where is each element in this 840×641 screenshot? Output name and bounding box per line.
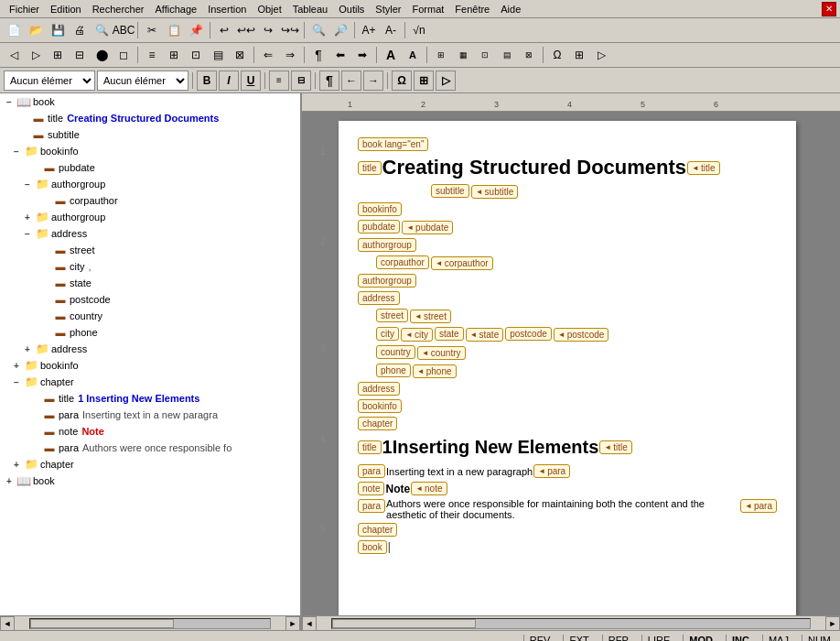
indent-btn2[interactable]: ⇒ (280, 45, 300, 65)
tree-node-para[interactable]: ▬ para Inserting text in a new paragra (0, 407, 300, 423)
menu-fichier[interactable]: Fichier (4, 2, 45, 16)
menu-fenetre[interactable]: Fenêtre (449, 2, 495, 16)
struct-btn5[interactable]: ⊠ (230, 45, 250, 65)
find2-button[interactable]: 🔎 (330, 20, 350, 40)
paste-button[interactable]: 📌 (186, 20, 206, 40)
print-button[interactable]: 🖨 (70, 20, 90, 40)
math-button[interactable]: √n (409, 20, 429, 40)
menu-tableau[interactable]: Tableau (287, 2, 334, 16)
tree-node-state[interactable]: ▬ state (0, 275, 300, 291)
left-arrow-btn[interactable]: ← (341, 71, 361, 91)
cut-button[interactable]: ✂ (142, 20, 162, 40)
hscroll-right-arrow-right[interactable]: ► (825, 616, 840, 631)
tree-toggle-bookinfo2[interactable]: + (11, 360, 22, 371)
tree-toggle-address2[interactable]: + (22, 343, 33, 354)
tree-node-address2[interactable]: + 📁 address (0, 341, 300, 357)
open-button[interactable]: 📂 (26, 20, 46, 40)
tree-node-phone[interactable]: ▬ phone (0, 324, 300, 341)
menu-format[interactable]: Format (406, 2, 449, 16)
tree-node-address[interactable]: − 📁 address (0, 225, 300, 242)
tree-toggle-authorgroup2[interactable]: + (22, 212, 33, 223)
style-dropdown-right[interactable]: Aucun élémer (97, 71, 188, 91)
menu-styler[interactable]: Styler (370, 2, 406, 16)
tree-node-bookinfo2[interactable]: + 📁 bookinfo (0, 357, 300, 374)
misc-btn6[interactable]: ⊞ (569, 45, 589, 65)
hscroll-thumb-left[interactable] (30, 619, 174, 628)
tree-node-book[interactable]: − 📖 book (0, 93, 300, 110)
xml-btn2[interactable]: ▷ (26, 45, 46, 65)
tree-toggle-chapter2[interactable]: + (11, 459, 22, 470)
misc-btn3[interactable]: ⊡ (475, 45, 495, 65)
tree-node-bookinfo[interactable]: − 📁 bookinfo (0, 143, 300, 159)
tree-toggle-book2[interactable]: + (4, 475, 15, 486)
bold-button[interactable]: B (197, 71, 217, 91)
tree-panel[interactable]: − 📖 book ▬ title Creating Structured Doc… (0, 93, 302, 615)
undo-button[interactable]: ↩ (214, 20, 234, 40)
tree-node-ch-title[interactable]: ▬ title 1 Inserting New Elements (0, 390, 300, 407)
menu-objet[interactable]: Objet (252, 2, 286, 16)
spell-button[interactable]: ABC (113, 20, 134, 40)
special-char-btn[interactable]: Ω (392, 71, 412, 91)
tree-node-postcode[interactable]: ▬ postcode (0, 291, 300, 308)
font-btn1[interactable]: A (381, 45, 401, 65)
tree-node-corpauthor[interactable]: ▬ corpauthor (0, 192, 300, 209)
misc-btn2[interactable]: ▦ (453, 45, 473, 65)
close-button[interactable]: ✕ (822, 2, 836, 16)
hscroll-right-arrow-left[interactable]: ► (285, 616, 300, 631)
menu-rechercher[interactable]: Rechercher (87, 2, 150, 16)
insert-btn2[interactable]: ▷ (436, 71, 456, 91)
misc-btn7[interactable]: ▷ (591, 45, 611, 65)
tree-node-subtitle[interactable]: ▬ subtitle (0, 126, 300, 143)
menu-insertion[interactable]: Insertion (202, 2, 252, 16)
menu-edition[interactable]: Edition (45, 2, 87, 16)
insert-btn1[interactable]: ⊞ (414, 71, 434, 91)
xml-btn1[interactable]: ◁ (4, 45, 24, 65)
redo2-button[interactable]: ↪↪ (280, 20, 300, 40)
tree-node-note[interactable]: ▬ note Note (0, 423, 300, 440)
xml-btn3[interactable]: ⊞ (48, 45, 68, 65)
zoom-in-button[interactable]: A+ (359, 20, 379, 40)
align-btn2[interactable]: ➡ (352, 45, 372, 65)
list-btn1[interactable]: ≡ (269, 71, 289, 91)
para-mark-btn[interactable]: ¶ (319, 71, 339, 91)
misc-btn4[interactable]: ▤ (497, 45, 517, 65)
hscroll-track-right[interactable] (331, 618, 811, 629)
redo-button[interactable]: ↪ (258, 20, 278, 40)
menu-affichage[interactable]: Affichage (150, 2, 203, 16)
copy-button[interactable]: 📋 (164, 20, 184, 40)
tree-toggle-authorgroup[interactable]: − (22, 179, 33, 190)
tree-node-chapter2[interactable]: + 📁 chapter (0, 456, 300, 473)
preview-button[interactable]: 🔍 (92, 20, 112, 40)
tree-node-para2[interactable]: ▬ para Authors were once responsible fo (0, 440, 300, 456)
style-dropdown-left[interactable]: Aucun élémer (4, 71, 95, 91)
para-btn[interactable]: ¶ (308, 45, 328, 65)
misc-btn5[interactable]: ⊠ (519, 45, 539, 65)
zoom-out-button[interactable]: A- (381, 20, 401, 40)
right-arrow-btn[interactable]: → (363, 71, 383, 91)
xml-btn4[interactable]: ⊟ (70, 45, 90, 65)
list-btn2[interactable]: ⊟ (291, 71, 311, 91)
italic-button[interactable]: I (219, 71, 239, 91)
tree-node-authorgroup[interactable]: − 📁 authorgroup (0, 176, 300, 192)
undo2-button[interactable]: ↩↩ (236, 20, 256, 40)
tree-toggle-address[interactable]: − (22, 228, 33, 239)
new-button[interactable]: 📄 (4, 20, 24, 40)
tree-node-book2[interactable]: + 📖 book (0, 473, 300, 489)
xml-btn5[interactable]: ⬤ (92, 45, 112, 65)
struct-btn4[interactable]: ▤ (208, 45, 228, 65)
xml-btn6[interactable]: ◻ (113, 45, 134, 65)
save-button[interactable]: 💾 (48, 20, 68, 40)
tree-toggle-bookinfo[interactable]: − (11, 146, 22, 157)
tree-node-street[interactable]: ▬ street (0, 242, 300, 258)
find-button[interactable]: 🔍 (308, 20, 328, 40)
tree-node-authorgroup2[interactable]: + 📁 authorgroup (0, 209, 300, 225)
align-btn1[interactable]: ⬅ (330, 45, 350, 65)
tree-toggle-book[interactable]: − (4, 96, 15, 107)
char-btn[interactable]: Ω (547, 45, 567, 65)
font-btn2[interactable]: A (403, 45, 423, 65)
underline-button[interactable]: U (241, 71, 261, 91)
misc-btn1[interactable]: ⊞ (431, 45, 451, 65)
tree-node-pubdate[interactable]: ▬ pubdate (0, 159, 300, 176)
hscroll-thumb-right[interactable] (332, 619, 476, 628)
struct-btn1[interactable]: ≡ (142, 45, 162, 65)
